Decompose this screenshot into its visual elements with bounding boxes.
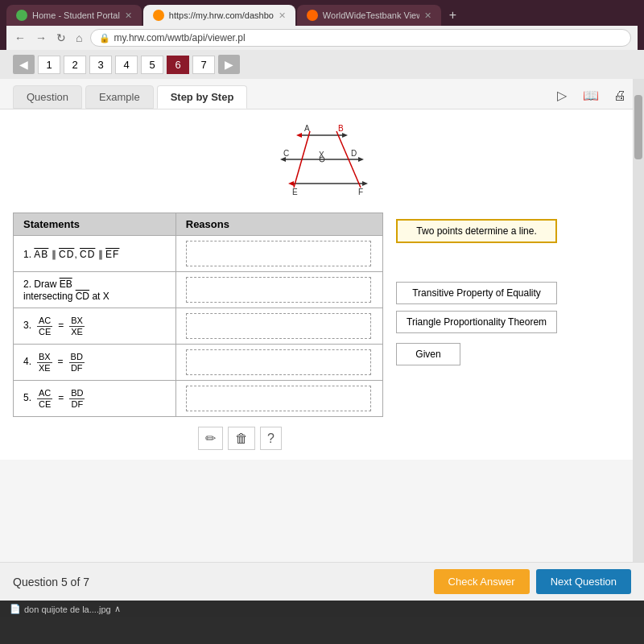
next-question-button[interactable]: Next Question: [536, 569, 631, 594]
statement-3: 3. AC CE = BX XE: [14, 308, 176, 345]
tab-close-student-portal[interactable]: ✕: [125, 10, 132, 21]
svg-text:C: C: [283, 149, 289, 158]
chip-transitive[interactable]: Transitive Property of Equality: [396, 282, 557, 304]
fraction-bd-df-2: BD DF: [69, 388, 85, 408]
fraction-bd-df: BD DF: [69, 352, 85, 372]
page-num-2[interactable]: 2: [64, 56, 86, 74]
table-row: 4. BX XE = BD DF: [14, 345, 383, 381]
svg-text:E: E: [292, 188, 298, 196]
back-button[interactable]: ←: [13, 31, 27, 44]
tab-label-student-portal: Home - Student Portal: [32, 10, 120, 20]
address-bar[interactable]: 🔒 my.hrw.com/wwtb/api/viewer.pl: [90, 29, 631, 47]
reason-3-input[interactable]: [186, 313, 371, 339]
scrollbar[interactable]: [633, 79, 644, 568]
main-content: ◀ 1 2 3 4 5 6 7 ▶ Question Example Step …: [0, 50, 644, 601]
content-tab-group: Question Example Step by Step: [13, 85, 247, 109]
page-num-7[interactable]: 7: [192, 56, 215, 74]
forward-button[interactable]: →: [34, 31, 48, 44]
chip-two-points[interactable]: Two points determine a line.: [396, 219, 557, 243]
tab-icon-orange: [153, 10, 164, 21]
chip-given[interactable]: Given: [396, 343, 460, 365]
new-tab-button[interactable]: +: [443, 5, 463, 26]
delete-action-button[interactable]: 🗑: [228, 427, 255, 450]
statement-2: 2. Draw EBintersecting CD at X: [14, 272, 176, 308]
edit-action-button[interactable]: ✏: [198, 427, 223, 450]
address-text: my.hrw.com/wwtb/api/viewer.pl: [114, 32, 245, 43]
scrollbar-thumb[interactable]: [634, 95, 642, 159]
page-nav-prev[interactable]: ◀: [13, 55, 35, 74]
tab-example-label: Example: [99, 91, 140, 103]
check-answer-button[interactable]: Check Answer: [434, 569, 530, 594]
tab-close-testbank[interactable]: ✕: [424, 10, 431, 21]
page-num-1[interactable]: 1: [38, 56, 60, 74]
svg-marker-6: [358, 157, 364, 162]
file-name: don quijote de la....jpg: [24, 605, 111, 614]
reason-3[interactable]: [175, 308, 382, 345]
tab-hrw[interactable]: https://my.hrw.com/dashboard/i ✕: [143, 5, 295, 26]
svg-marker-1: [342, 133, 348, 138]
svg-text:A: A: [304, 124, 310, 133]
diagram: A B C D X E F: [13, 119, 631, 200]
question-counter: Question 5 of 7: [13, 576, 89, 588]
reason-5[interactable]: [175, 381, 382, 417]
tab-question-label: Question: [27, 91, 68, 103]
print-icon[interactable]: 🖨: [609, 86, 631, 105]
table-row: 5. AC CE = BD DF: [14, 381, 383, 417]
status-caret: ∧: [114, 604, 121, 614]
page-num-5[interactable]: 5: [141, 56, 163, 74]
reason-1-input[interactable]: [186, 241, 371, 266]
table-actions: ✏ 🗑 ?: [13, 423, 383, 450]
svg-text:D: D: [351, 149, 357, 158]
statements-header: Statements: [14, 213, 176, 236]
proof-table: Statements Reasons 1. AB ∥ CD, CD ∥ EF: [13, 213, 383, 417]
file-icon: 📄: [10, 604, 21, 614]
reason-5-input[interactable]: [186, 386, 371, 411]
reason-4[interactable]: [175, 345, 382, 381]
statement-1: 1. AB ∥ CD, CD ∥ EF: [14, 236, 176, 272]
reason-2-input[interactable]: [186, 277, 371, 303]
page-num-4[interactable]: 4: [115, 56, 138, 74]
chip-two-points-label: Two points determine a line.: [416, 225, 536, 237]
svg-marker-12: [362, 181, 368, 186]
browser-chrome: Home - Student Portal ✕ https://my.hrw.c…: [0, 0, 644, 50]
help-action-button[interactable]: ?: [260, 427, 282, 450]
svg-marker-2: [296, 133, 302, 138]
tab-student-portal[interactable]: Home - Student Portal ✕: [6, 5, 142, 26]
fraction-bx-xe-2: BX XE: [37, 352, 52, 372]
reason-4-input[interactable]: [186, 349, 371, 375]
statement-5: 5. AC CE = BD DF: [14, 381, 176, 417]
tab-close-hrw[interactable]: ✕: [279, 10, 286, 21]
content-body: A B C D X E F: [0, 109, 644, 460]
tab-question[interactable]: Question: [13, 85, 82, 109]
svg-text:F: F: [358, 188, 363, 196]
svg-text:B: B: [338, 124, 344, 133]
proof-table-container: Statements Reasons 1. AB ∥ CD, CD ∥ EF: [13, 213, 383, 450]
address-bar-row: ← → ↻ ⌂ 🔒 my.hrw.com/wwtb/api/viewer.pl: [6, 26, 638, 50]
tab-step-by-step[interactable]: Step by Step: [157, 85, 248, 109]
tab-example[interactable]: Example: [85, 85, 154, 109]
content-tab-actions: ▷ 📖 🖨: [551, 86, 631, 109]
chip-triangle-proportionality[interactable]: Triangle Proportionality Theorem: [396, 311, 557, 333]
tab-testbank[interactable]: WorldWideTestbank Viewer ✕: [297, 5, 441, 26]
bottom-bar: Question 5 of 7 Check Answer Next Questi…: [0, 562, 644, 601]
proof-layout: Statements Reasons 1. AB ∥ CD, CD ∥ EF: [13, 213, 631, 450]
page-num-6[interactable]: 6: [167, 56, 189, 74]
reason-1[interactable]: [175, 236, 382, 272]
geometry-diagram: A B C D X E F: [242, 119, 402, 200]
tabs-row: Home - Student Portal ✕ https://my.hrw.c…: [6, 5, 638, 26]
chip-transitive-label: Transitive Property of Equality: [412, 287, 541, 299]
table-row: 3. AC CE = BX XE: [14, 308, 383, 345]
book-icon[interactable]: 📖: [580, 86, 602, 105]
page-num-3[interactable]: 3: [89, 56, 112, 74]
fraction-ac-ce: AC CE: [37, 316, 52, 336]
answer-chips: Two points determine a line. Transitive …: [396, 213, 557, 450]
tab-label-testbank: WorldWideTestbank Viewer: [323, 10, 419, 20]
play-icon[interactable]: ▷: [551, 86, 573, 105]
page-nav: ◀ 1 2 3 4 5 6 7 ▶: [0, 50, 644, 79]
svg-marker-13: [288, 181, 294, 186]
tab-step-by-step-label: Step by Step: [171, 91, 234, 103]
reason-2[interactable]: [175, 272, 382, 308]
home-button[interactable]: ⌂: [74, 31, 84, 44]
refresh-button[interactable]: ↻: [55, 31, 68, 44]
page-nav-next[interactable]: ▶: [218, 55, 240, 74]
